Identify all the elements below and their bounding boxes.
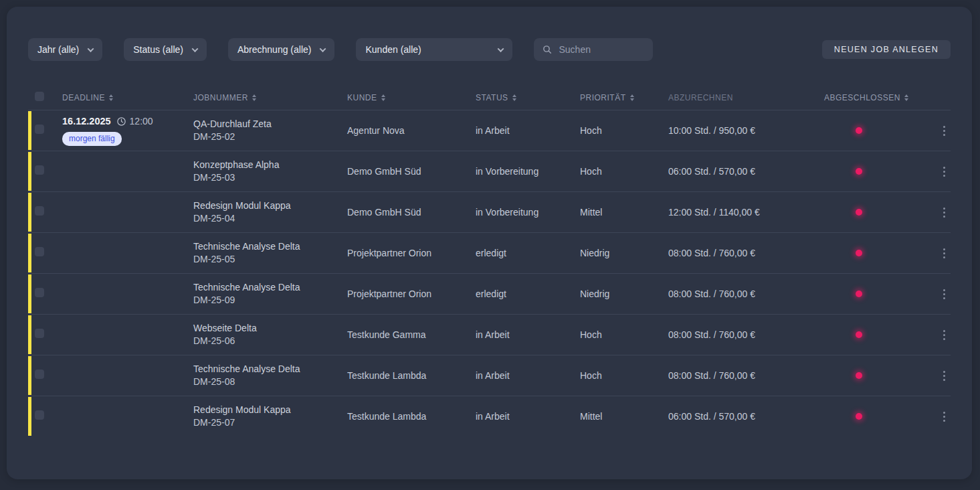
- table-row[interactable]: Redesign Modul Kappa DM-25-04 Demo GmbH …: [28, 191, 951, 232]
- column-header-jobnummer[interactable]: JOBNUMMER: [193, 93, 347, 102]
- completed-indicator-dot[interactable]: [856, 331, 862, 338]
- row-menu-button[interactable]: [941, 287, 948, 302]
- row-menu-button[interactable]: [941, 327, 948, 343]
- filter-jahr-dropdown[interactable]: Jahr (alle): [28, 38, 102, 61]
- sort-icon: [109, 94, 113, 101]
- column-header-abgeschlossen[interactable]: ABGESCHLOSSEN: [824, 93, 929, 102]
- customer-name: Projektpartner Orion: [347, 247, 476, 260]
- billing-amount: 08:00 Std. / 760,00 €: [668, 247, 824, 260]
- sort-icon: [381, 94, 385, 101]
- job-priority: Mittel: [580, 206, 668, 219]
- job-title: Redesign Modul Kappa: [193, 199, 347, 212]
- customer-name: Testkunde Lambda: [347, 410, 476, 423]
- job-number: DM-25-04: [193, 212, 347, 225]
- customer-name: Demo GmbH Süd: [347, 165, 476, 178]
- customer-name: Testkunde Lambda: [347, 370, 476, 382]
- filter-status-dropdown[interactable]: Status (alle): [124, 38, 207, 61]
- job-status: erledigt: [476, 288, 580, 301]
- search-input[interactable]: [559, 44, 632, 55]
- customer-name: Demo GmbH Süd: [347, 206, 476, 219]
- sort-icon: [252, 94, 256, 101]
- billing-amount: 08:00 Std. / 760,00 €: [668, 288, 824, 301]
- new-job-button[interactable]: NEUEN JOB ANLEGEN: [822, 40, 951, 59]
- table-row[interactable]: Webseite Delta DM-25-06 Testkunde Gamma …: [28, 314, 951, 355]
- row-checkbox[interactable]: [35, 247, 44, 256]
- billing-amount: 12:00 Std. / 1140,00 €: [668, 206, 824, 219]
- billing-amount: 08:00 Std. / 760,00 €: [668, 329, 824, 341]
- customer-name: Projektpartner Orion: [347, 288, 476, 301]
- completed-indicator-dot[interactable]: [856, 127, 862, 134]
- job-list-card: Jahr (alle) Status (alle) Abrechnung (al…: [7, 7, 972, 479]
- row-checkbox[interactable]: [35, 206, 44, 216]
- job-number: DM-25-06: [193, 335, 347, 347]
- row-checkbox[interactable]: [35, 329, 44, 338]
- row-checkbox[interactable]: [35, 288, 44, 297]
- deadline-date: 16.12.2025: [62, 115, 111, 129]
- row-checkbox[interactable]: [35, 125, 44, 134]
- completed-indicator-dot[interactable]: [856, 291, 862, 297]
- job-title: Webseite Delta: [193, 322, 347, 335]
- completed-indicator-dot[interactable]: [856, 250, 862, 256]
- table-row[interactable]: Technische Analyse Delta DM-25-05 Projek…: [28, 232, 951, 273]
- filter-status-label: Status (alle): [133, 44, 183, 55]
- job-title: QA-Durchlauf Zeta: [193, 118, 347, 131]
- table-header-row: DEADLINE JOBNUMMER KUNDE STATUS PRIORITÄ…: [28, 86, 951, 110]
- job-title: Technische Analyse Delta: [193, 363, 347, 376]
- completed-indicator-dot[interactable]: [856, 168, 862, 175]
- sort-icon: [904, 94, 908, 101]
- filter-kunden-label: Kunden (alle): [365, 44, 421, 55]
- deadline-time: 12:00: [116, 115, 153, 128]
- column-header-status[interactable]: STATUS: [476, 93, 580, 102]
- column-header-kunde[interactable]: KUNDE: [347, 93, 476, 102]
- table-row[interactable]: Redesign Modul Kappa DM-25-07 Testkunde …: [28, 396, 951, 436]
- job-status: erledigt: [476, 247, 580, 260]
- row-checkbox[interactable]: [35, 165, 44, 175]
- table-row[interactable]: Konzeptphase Alpha DM-25-03 Demo GmbH Sü…: [28, 151, 951, 191]
- select-all-checkbox[interactable]: [35, 92, 44, 101]
- jobs-table: DEADLINE JOBNUMMER KUNDE STATUS PRIORITÄ…: [7, 86, 972, 436]
- completed-indicator-dot[interactable]: [856, 413, 862, 420]
- chevron-down-icon: [88, 46, 94, 52]
- clock-icon: [116, 116, 126, 127]
- completed-indicator-dot[interactable]: [856, 209, 862, 216]
- job-status: in Arbeit: [476, 125, 580, 137]
- filter-kunden-dropdown[interactable]: Kunden (alle): [356, 38, 512, 61]
- row-menu-button[interactable]: [941, 409, 948, 424]
- search-box[interactable]: [534, 38, 653, 61]
- completed-indicator-dot[interactable]: [856, 372, 862, 379]
- row-menu-button[interactable]: [941, 123, 948, 139]
- column-header-prioritaet[interactable]: PRIORITÄT: [580, 93, 668, 102]
- job-title: Technische Analyse Delta: [193, 240, 347, 253]
- job-number: DM-25-03: [193, 171, 347, 184]
- table-body: 16.12.2025 12:00 morgen fällig QA-Durchl…: [28, 110, 951, 436]
- row-menu-button[interactable]: [941, 246, 948, 261]
- job-status: in Arbeit: [476, 329, 580, 341]
- row-menu-button[interactable]: [941, 368, 948, 384]
- row-checkbox[interactable]: [35, 370, 44, 379]
- job-title: Redesign Modul Kappa: [193, 404, 347, 416]
- job-status: in Arbeit: [476, 370, 580, 382]
- job-number: DM-25-08: [193, 376, 347, 388]
- chevron-down-icon: [320, 46, 326, 52]
- chevron-down-icon: [498, 46, 504, 52]
- job-priority: Niedrig: [580, 288, 668, 301]
- job-priority: Mittel: [580, 410, 668, 423]
- row-menu-button[interactable]: [941, 164, 948, 179]
- column-header-deadline[interactable]: DEADLINE: [62, 93, 193, 102]
- job-number: DM-25-02: [193, 131, 347, 143]
- row-checkbox[interactable]: [35, 410, 44, 420]
- deadline-badge: morgen fällig: [62, 132, 122, 146]
- table-row[interactable]: Technische Analyse Delta DM-25-09 Projek…: [28, 273, 951, 314]
- filter-abrechnung-dropdown[interactable]: Abrechnung (alle): [228, 38, 335, 61]
- job-number: DM-25-07: [193, 416, 347, 429]
- billing-amount: 06:00 Std. / 570,00 €: [668, 410, 824, 423]
- sort-icon: [630, 94, 634, 101]
- job-priority: Hoch: [580, 370, 668, 382]
- table-row[interactable]: 16.12.2025 12:00 morgen fällig QA-Durchl…: [28, 110, 951, 151]
- filter-jahr-label: Jahr (alle): [37, 44, 79, 55]
- billing-amount: 08:00 Std. / 760,00 €: [668, 370, 824, 382]
- row-menu-button[interactable]: [941, 205, 948, 220]
- table-row[interactable]: Technische Analyse Delta DM-25-08 Testku…: [28, 355, 951, 396]
- column-header-abzurechnen: ABZURECHNEN: [668, 93, 824, 102]
- job-priority: Hoch: [580, 125, 668, 137]
